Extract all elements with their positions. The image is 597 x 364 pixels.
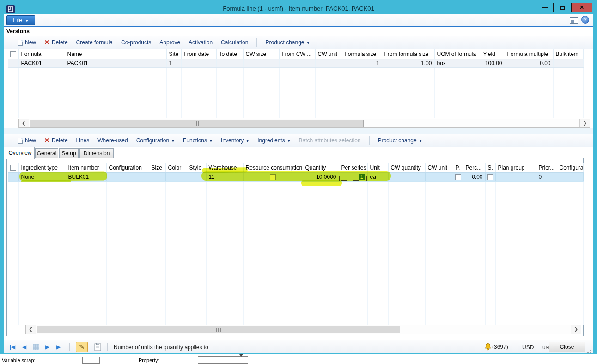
cw-quantity-cell[interactable] [388, 172, 425, 181]
create-formula-button[interactable]: Create formula [76, 39, 113, 46]
where-used-button[interactable]: Where-used [97, 137, 128, 144]
new-line-button[interactable]: New [18, 137, 36, 144]
help-icon[interactable]: ? [581, 16, 589, 24]
formula-multiple-cell[interactable]: 0.00 [505, 59, 553, 67]
close-window-button[interactable]: ✕ [571, 3, 592, 12]
functions-menu[interactable]: Functions▼ [183, 137, 213, 144]
column-header-cw-quantity[interactable]: CW quantity [388, 163, 425, 172]
scroll-right-icon[interactable]: ❯ [579, 119, 590, 127]
quantity-cell[interactable]: 10.0000 [303, 172, 339, 181]
s-checkbox[interactable] [487, 174, 493, 180]
lines-h-scrollbar[interactable]: ❮ ❯ [25, 325, 581, 334]
close-button[interactable]: Close [549, 342, 585, 352]
column-header-bulk-item[interactable]: Bulk item [553, 49, 583, 59]
tab-general[interactable]: General [35, 148, 58, 158]
column-header-resource-consumption[interactable]: Resource consumption [243, 163, 303, 172]
tab-setup[interactable]: Setup [59, 148, 79, 158]
column-header-perc[interactable]: Perc... [463, 163, 485, 172]
lines-button[interactable]: Lines [76, 137, 90, 144]
notifications-button[interactable]: (3697) [484, 343, 508, 351]
delete-button[interactable]: ✕Delete [44, 39, 68, 46]
lines-row[interactable]: None BULK01 11 10.0000 1 ea 0.00 0 [8, 172, 583, 181]
go-previous-button[interactable]: ◀ [22, 344, 26, 350]
column-header-name[interactable]: Name [65, 49, 166, 59]
cw-unit-cell[interactable] [315, 59, 342, 67]
column-header-plan-group[interactable]: Plan group [495, 163, 536, 172]
select-all-header[interactable] [8, 49, 18, 59]
activation-button[interactable]: Activation [189, 39, 213, 46]
from-cw-cell[interactable] [279, 59, 315, 67]
column-header-from-cw[interactable]: From CW ... [279, 49, 315, 59]
select-all-checkbox[interactable] [10, 51, 16, 57]
column-header-to-date[interactable]: To date [216, 49, 243, 59]
column-header-formula[interactable]: Formula [18, 49, 65, 59]
style-cell[interactable] [187, 172, 206, 181]
inventory-menu[interactable]: Inventory▼ [221, 137, 249, 144]
resource-consumption-checkbox[interactable] [270, 174, 276, 180]
column-header-warehouse[interactable]: Warehouse [206, 163, 243, 172]
resize-grip-icon[interactable] [587, 352, 589, 353]
uom-of-formula-cell[interactable]: box [434, 59, 481, 67]
file-menu-button[interactable]: File ▼ [6, 15, 35, 25]
column-header-quantity[interactable]: Quantity [303, 163, 339, 172]
to-date-cell[interactable] [216, 59, 243, 67]
product-change-menu[interactable]: Product change▼ [265, 39, 310, 46]
column-header-configuration-2[interactable]: Configuration [557, 163, 583, 172]
from-date-cell[interactable] [181, 59, 216, 67]
grid-view-button[interactable] [33, 344, 39, 352]
resource-consumption-cell[interactable] [243, 172, 303, 181]
configuration-2-cell[interactable] [557, 172, 583, 181]
delete-line-button[interactable]: ✕Delete [44, 137, 68, 144]
item-number-cell[interactable]: BULK01 [66, 172, 106, 181]
column-header-color[interactable]: Color [165, 163, 187, 172]
per-series-value[interactable]: 1 [359, 174, 365, 180]
product-change-menu[interactable]: Product change▼ [378, 137, 422, 144]
layout-toggle-icon[interactable] [570, 17, 578, 24]
column-header-site[interactable]: Site [166, 49, 181, 59]
column-header-style[interactable]: Style [187, 163, 206, 172]
property-field[interactable] [198, 356, 239, 364]
column-header-uom-of-formula[interactable]: UOM of formula [434, 49, 481, 59]
versions-h-scrollbar[interactable]: ❮ ❯ [18, 119, 590, 128]
column-header-item-number[interactable]: Item number [66, 163, 106, 172]
from-formula-size-cell[interactable]: 1.00 [382, 59, 434, 67]
formula-size-cell[interactable]: 1 [342, 59, 382, 67]
column-header-size[interactable]: Size [149, 163, 165, 172]
new-button[interactable]: New [18, 39, 36, 46]
row-select-cell[interactable] [8, 59, 18, 67]
go-first-button[interactable]: ◀ [10, 344, 15, 350]
column-header-yield[interactable]: Yield [481, 49, 505, 59]
tab-dimension[interactable]: Dimension [79, 148, 114, 158]
variable-scrap-field[interactable] [82, 357, 100, 364]
column-header-cw-unit[interactable]: CW unit [425, 163, 453, 172]
size-cell[interactable] [149, 172, 165, 181]
column-header-ingredient-type[interactable]: Ingredient type [18, 163, 66, 172]
scrollbar-thumb[interactable] [37, 326, 400, 333]
formula-cell[interactable]: PACK01 [18, 59, 65, 67]
site-cell[interactable]: 1 [166, 59, 181, 67]
cw-size-cell[interactable] [243, 59, 279, 67]
column-header-p[interactable]: P. [453, 163, 463, 172]
ingredients-menu[interactable]: Ingredients▼ [257, 137, 290, 144]
currency-indicator[interactable]: USD [522, 344, 534, 351]
configuration-cell[interactable] [106, 172, 149, 181]
scroll-left-icon[interactable]: ❮ [19, 119, 29, 127]
column-header-formula-multiple[interactable]: Formula multiple [505, 49, 553, 59]
paste-button[interactable] [94, 343, 101, 352]
versions-row[interactable]: PACK01 PACK01 1 1 1.00 box 100.00 0.00 [8, 59, 583, 67]
yield-cell[interactable]: 100.00 [481, 59, 505, 67]
tab-overview[interactable]: Overview [6, 147, 35, 159]
cw-unit-cell[interactable] [425, 172, 453, 181]
scrollbar-thumb[interactable] [30, 120, 364, 127]
property-dropdown-button[interactable] [239, 356, 248, 364]
column-header-cw-size[interactable]: CW size [243, 49, 279, 59]
column-header-configuration[interactable]: Configuration [106, 163, 149, 172]
go-next-button[interactable]: ▶ [45, 344, 49, 350]
column-header-unit[interactable]: Unit [367, 163, 388, 172]
approve-button[interactable]: Approve [159, 39, 180, 46]
color-cell[interactable] [165, 172, 187, 181]
column-header-priority[interactable]: Prior... [536, 163, 557, 172]
per-series-cell[interactable]: 1 [339, 172, 367, 181]
warehouse-cell[interactable]: 11 [206, 172, 243, 181]
maximize-button[interactable] [554, 3, 571, 12]
